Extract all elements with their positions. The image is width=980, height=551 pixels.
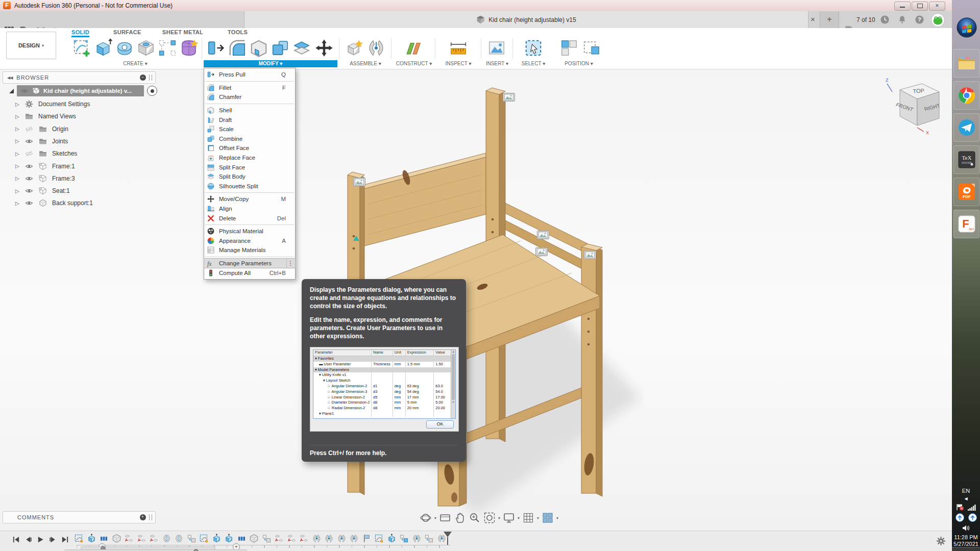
- close-button[interactable]: ✕: [929, 2, 945, 11]
- clock-date[interactable]: 5/27/2021: [953, 541, 978, 547]
- viewports-caret[interactable]: ▾: [556, 516, 558, 520]
- clock-time[interactable]: 11:28 PM: [954, 534, 977, 540]
- timeline-feature-extrude[interactable]: [212, 534, 222, 543]
- job-status-count[interactable]: 7 of 10: [856, 16, 875, 23]
- fit-caret[interactable]: ▾: [498, 516, 500, 520]
- browser-item-document-settings[interactable]: ▷Document Settings: [15, 98, 158, 110]
- windows-start-button[interactable]: [953, 13, 979, 42]
- position-capture-icon[interactable]: [559, 38, 579, 58]
- timeline-feature-sketch[interactable]: [74, 534, 84, 543]
- browser-item-frame-1[interactable]: ▷Frame:1: [15, 160, 158, 172]
- menu-item-chamfer[interactable]: Chamfer: [204, 92, 295, 102]
- collapse-arrows-icon[interactable]: ◀◀: [7, 76, 12, 80]
- browser-header[interactable]: ◀◀ BROWSER −: [3, 71, 156, 84]
- timeline-feature-move[interactable]: [149, 534, 159, 543]
- timeline-feature-move[interactable]: [137, 534, 146, 543]
- tab-solid[interactable]: SOLID: [71, 29, 89, 35]
- workspace-selector[interactable]: DESIGN▾: [6, 32, 56, 59]
- menu-item-fillet[interactable]: FilletF: [204, 83, 295, 93]
- expander-expanded-icon[interactable]: [9, 89, 14, 93]
- tab-surface[interactable]: SURFACE: [113, 29, 141, 35]
- tab-sheet-metal[interactable]: SHEET METAL: [162, 29, 203, 35]
- comments-drag-grip[interactable]: [149, 514, 152, 520]
- browser-collapse-dot[interactable]: −: [140, 74, 146, 81]
- menu-item-align[interactable]: Align: [204, 204, 295, 214]
- timeline-feature-extrude[interactable]: [87, 534, 96, 543]
- timeline-feature-joint[interactable]: [337, 534, 347, 543]
- press-pull-icon[interactable]: [206, 38, 226, 58]
- taskbar-fusion-360[interactable]: F360: [953, 210, 979, 238]
- viewcube-top-label[interactable]: TOP: [913, 87, 924, 94]
- timeline-feature-joint[interactable]: [349, 534, 359, 543]
- look-at-icon[interactable]: [439, 512, 451, 524]
- tab-tools[interactable]: TOOLS: [228, 29, 248, 35]
- timeline-feature-joint[interactable]: [312, 534, 322, 543]
- minimize-button[interactable]: [894, 2, 911, 11]
- measure-icon[interactable]: [449, 38, 468, 58]
- pan-icon[interactable]: [454, 512, 466, 524]
- eye-icon[interactable]: [24, 174, 36, 183]
- step-forward-button[interactable]: [49, 536, 57, 543]
- menu-item-draft[interactable]: Draft: [204, 115, 295, 124]
- eye-icon[interactable]: [24, 162, 36, 170]
- create-form-icon[interactable]: [179, 38, 199, 58]
- menu-item-change-parameters[interactable]: Change Parameters⋮: [204, 259, 295, 268]
- browser-item-named-views[interactable]: ▷Named Views: [15, 110, 158, 122]
- split-body-icon[interactable]: [292, 38, 311, 58]
- timeline-feature-sketch[interactable]: [374, 534, 384, 543]
- joint-marker[interactable]: [535, 247, 548, 256]
- display-settings-icon[interactable]: [503, 512, 515, 524]
- fillet-icon[interactable]: [228, 38, 247, 58]
- network-flag-icon[interactable]: [956, 504, 964, 511]
- menu-item-compute-all[interactable]: Compute AllCtrl+B: [204, 268, 295, 278]
- slider-handle[interactable]: [193, 549, 199, 551]
- new-component-icon[interactable]: [345, 38, 364, 58]
- hole-icon[interactable]: [136, 38, 156, 58]
- cloud-upload-icon[interactable]: [955, 513, 964, 522]
- group-label-create[interactable]: CREATE ▾: [71, 60, 199, 67]
- zoom-icon[interactable]: [469, 512, 481, 524]
- timeline-feature-body[interactable]: [112, 534, 121, 543]
- timeline-feature-mirror[interactable]: [174, 534, 184, 543]
- joint-marker[interactable]: [353, 178, 365, 186]
- eye-hidden-icon[interactable]: [24, 149, 36, 158]
- show-desktop-button[interactable]: [952, 547, 980, 551]
- create-sketch-icon[interactable]: [72, 38, 91, 58]
- volume-icon[interactable]: [962, 524, 970, 532]
- menu-item-offset-face[interactable]: Offset Face: [204, 143, 295, 153]
- eye-icon[interactable]: [24, 199, 36, 207]
- shell-icon[interactable]: [249, 38, 268, 58]
- menu-item-physical-material[interactable]: Physical Material: [204, 227, 295, 236]
- timeline-position-marker[interactable]: [444, 532, 452, 545]
- joint-marker[interactable]: [584, 251, 596, 259]
- timeline-feature-mirror[interactable]: [162, 534, 172, 543]
- expander-icon[interactable]: ▷: [15, 126, 21, 132]
- browser-drag-grip[interactable]: [149, 74, 152, 81]
- orbit-caret[interactable]: ▾: [434, 516, 436, 520]
- expander-icon[interactable]: ▷: [15, 138, 21, 144]
- step-back-button[interactable]: [24, 536, 32, 543]
- menu-item-split-face[interactable]: Split Face: [204, 162, 295, 172]
- taskbar-file-explorer[interactable]: [953, 49, 979, 78]
- maximize-button[interactable]: [912, 2, 928, 11]
- taskbar-telegram[interactable]: [953, 113, 979, 142]
- browser-item-sketches[interactable]: ▷Sketches: [15, 147, 158, 160]
- clock-icon[interactable]: [880, 15, 890, 24]
- menu-item-shell[interactable]: Shell: [204, 106, 295, 115]
- display-settings-caret[interactable]: ▾: [518, 516, 520, 520]
- viewcube[interactable]: TOP FRONT RIGHT Z X: [882, 74, 948, 136]
- overflow-dots-icon[interactable]: ⋮: [286, 259, 294, 268]
- timeline-feature-move[interactable]: [287, 534, 297, 543]
- tray-expand-arrow[interactable]: ◀: [964, 496, 967, 501]
- combine-icon[interactable]: [271, 38, 290, 58]
- browser-item-origin[interactable]: ▷Origin: [15, 123, 158, 135]
- signal-strength-icon[interactable]: [968, 504, 976, 511]
- expander-icon[interactable]: ▷: [15, 114, 21, 119]
- document-tab[interactable]: Kid chair (height adjustable) v15: [244, 11, 808, 28]
- menu-item-press-pull[interactable]: Press PullQ: [204, 70, 295, 80]
- timeline-feature-move[interactable]: [124, 534, 134, 543]
- close-tab-button[interactable]: ×: [811, 15, 815, 23]
- expander-icon[interactable]: ▷: [15, 176, 21, 181]
- expander-icon[interactable]: ▷: [15, 201, 21, 206]
- language-indicator[interactable]: EN: [962, 488, 970, 494]
